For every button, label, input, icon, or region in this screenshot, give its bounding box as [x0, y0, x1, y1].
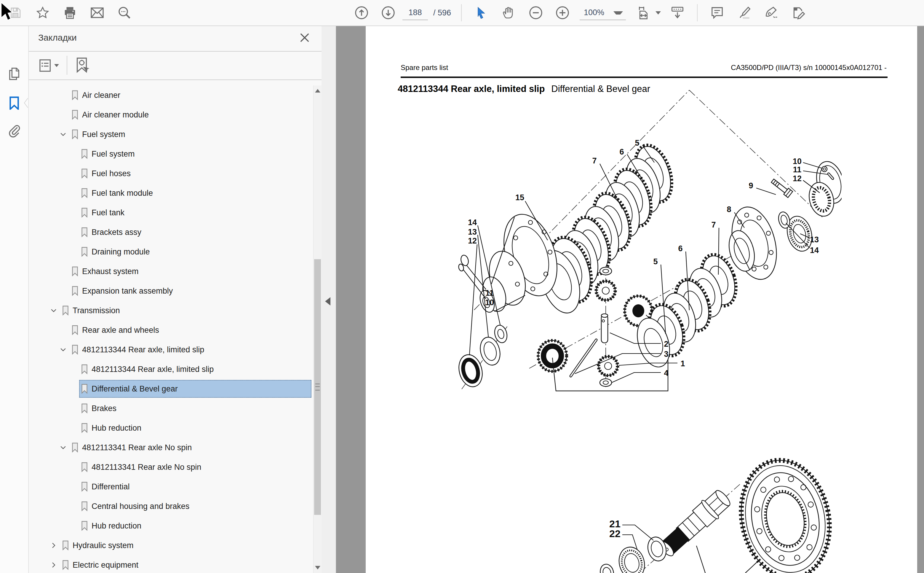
bookmark-content[interactable]: Rear axle and wheels — [70, 321, 311, 339]
bookmark-item[interactable]: 4812113341 Rear axle No spin — [28, 457, 322, 477]
bookmark-item[interactable]: Exhaust system — [28, 261, 322, 281]
zoom-level-select[interactable]: 100% — [580, 6, 626, 20]
bookmark-item[interactable]: Differential & Bevel gear — [28, 379, 322, 399]
hand-tool-icon[interactable] — [501, 6, 516, 20]
bookmark-content[interactable]: 4812113344 Rear axle, limited slip — [79, 360, 311, 378]
collapse-panel-icon[interactable] — [325, 297, 331, 305]
bookmark-item[interactable]: 4812113341 Rear axle No spin — [28, 438, 322, 457]
bookmark-content[interactable]: Hub reduction — [79, 517, 311, 535]
highlight-icon[interactable] — [737, 6, 752, 20]
bookmark-item[interactable]: Fuel system — [28, 144, 322, 164]
bookmark-item[interactable]: Fuel hoses — [28, 164, 322, 183]
part-callout: 12 — [793, 174, 802, 183]
zoom-out-icon[interactable] — [529, 6, 543, 20]
locate-bookmark-icon[interactable] — [74, 58, 89, 75]
bookmark-icon — [61, 305, 70, 316]
bookmark-content[interactable]: Exhaust system — [70, 263, 311, 280]
bookmark-item[interactable]: Central housing and brakes — [28, 496, 322, 516]
bookmark-item[interactable]: 4812113344 Rear axle, limited slip — [28, 360, 322, 379]
comment-icon[interactable] — [710, 6, 724, 20]
edit-pdf-icon[interactable] — [792, 6, 806, 20]
chevron-down-icon[interactable] — [56, 441, 70, 454]
bookmark-label: Exhaust system — [82, 267, 139, 276]
bookmark-item[interactable]: Brakes — [28, 399, 322, 418]
email-icon[interactable] — [90, 6, 104, 20]
bookmarks-scrollbar[interactable] — [313, 85, 322, 573]
bookmark-item[interactable]: Fuel system — [28, 125, 322, 144]
bookmark-content[interactable]: Fuel tank module — [79, 184, 311, 202]
bookmark-content[interactable]: Brackets assy — [79, 223, 311, 241]
bookmark-content[interactable]: Air cleaner module — [70, 106, 311, 124]
bookmark-item[interactable]: Hub reduction — [28, 516, 322, 535]
bookmark-item[interactable]: 4812113344 Rear axle, limited slip — [28, 340, 322, 360]
bookmark-options-icon[interactable] — [39, 59, 53, 74]
bookmark-content[interactable]: Differential — [79, 478, 311, 496]
bookmark-item[interactable]: Draining module — [28, 242, 322, 261]
fill-sign-icon[interactable] — [765, 6, 779, 20]
bookmarks-panel-icon[interactable] — [7, 96, 22, 110]
bookmark-content[interactable]: Draining module — [79, 243, 311, 261]
chevron-down-icon[interactable] — [47, 304, 60, 317]
bookmark-content[interactable]: Central housing and brakes — [79, 497, 311, 515]
bookmark-content[interactable]: Fuel system — [70, 125, 311, 143]
page-thumbnails-icon[interactable] — [7, 66, 22, 81]
chevron-right-icon[interactable] — [47, 539, 60, 552]
panel-splitter[interactable] — [322, 25, 336, 573]
bookmark-item[interactable]: Fuel tank module — [28, 183, 322, 203]
previous-page-icon[interactable] — [354, 6, 368, 20]
chevron-down-icon[interactable] — [56, 128, 70, 141]
select-tool-icon[interactable] — [474, 6, 489, 20]
zoom-in-icon[interactable] — [556, 6, 570, 20]
scroll-mode-icon[interactable] — [670, 6, 685, 20]
panel-divider — [28, 80, 322, 80]
bookmark-item[interactable]: Hydraulic system — [28, 535, 322, 555]
fit-width-icon[interactable] — [638, 6, 652, 20]
document-view-area[interactable]: Spare parts list CA3500D/PD (IIIA/T3) s/… — [336, 25, 924, 573]
bookmark-content[interactable]: Fuel hoses — [79, 164, 311, 182]
part-callout: 11 — [485, 288, 494, 297]
scroll-up-icon[interactable] — [315, 89, 320, 92]
bookmark-item[interactable]: Expansion tank assembly — [28, 281, 322, 301]
close-icon[interactable] — [299, 32, 311, 44]
bookmark-content[interactable]: Transmission — [60, 302, 311, 319]
bookmark-item[interactable]: Air cleaner module — [28, 105, 322, 125]
page-number-input[interactable]: 188 — [403, 6, 428, 20]
bookmark-label: Differential — [92, 482, 130, 492]
part-callout: 9 — [749, 181, 753, 190]
bookmark-item[interactable]: Rear axle and wheels — [28, 320, 322, 340]
scroll-down-icon[interactable] — [315, 566, 320, 570]
part-callouts: 2122 — [609, 518, 654, 549]
bookmark-item[interactable]: Transmission — [28, 301, 322, 320]
bookmark-content[interactable]: Differential & Bevel gear — [79, 380, 311, 398]
chevron-down-icon[interactable] — [56, 343, 70, 356]
scrollbar-thumb[interactable] — [314, 259, 321, 515]
bookmark-content[interactable]: 4812113341 Rear axle No spin — [70, 438, 311, 456]
star-icon[interactable] — [36, 6, 50, 20]
next-page-icon[interactable] — [381, 6, 395, 20]
bookmark-content[interactable]: Air cleaner — [70, 86, 311, 104]
bookmark-content[interactable]: Hydraulic system — [60, 537, 311, 554]
chevron-icon — [56, 89, 70, 102]
part-callout: 6 — [678, 244, 682, 253]
chevron-down-icon[interactable] — [656, 11, 661, 14]
bookmark-content[interactable]: Hub reduction — [79, 419, 311, 437]
bookmark-icon — [80, 188, 89, 198]
bookmark-content[interactable]: Brakes — [79, 399, 311, 417]
attachments-icon[interactable] — [7, 124, 22, 138]
chevron-right-icon[interactable] — [47, 559, 60, 571]
bookmark-content[interactable]: 4812113341 Rear axle No spin — [79, 458, 311, 476]
bookmark-item[interactable]: Brackets assy — [28, 222, 322, 242]
bookmark-item[interactable]: Air cleaner — [28, 85, 322, 105]
bookmark-content[interactable]: 4812113344 Rear axle, limited slip — [70, 341, 311, 359]
bookmark-label: Hydraulic system — [73, 541, 134, 550]
bookmark-content[interactable]: Electric equipment — [60, 556, 311, 573]
bookmark-content[interactable]: Expansion tank assembly — [70, 282, 311, 300]
search-icon[interactable] — [117, 6, 131, 20]
bookmark-item[interactable]: Hub reduction — [28, 418, 322, 438]
bookmark-item[interactable]: Electric equipment — [28, 555, 322, 573]
print-icon[interactable] — [63, 6, 77, 20]
bookmark-item[interactable]: Fuel tank — [28, 203, 322, 222]
bookmark-content[interactable]: Fuel system — [79, 145, 311, 163]
bookmark-item[interactable]: Differential — [28, 477, 322, 496]
bookmark-content[interactable]: Fuel tank — [79, 204, 311, 222]
